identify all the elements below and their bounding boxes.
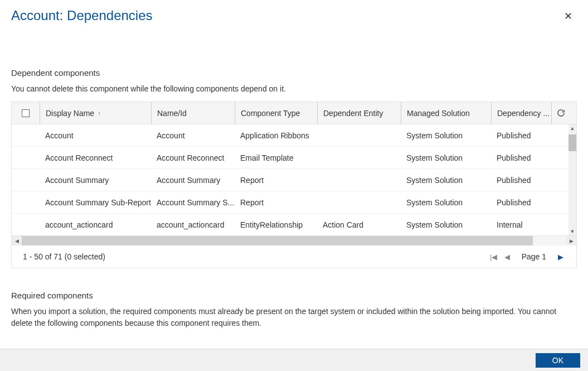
table-row[interactable]: account_actioncardaccount_actioncardEnti… (12, 214, 576, 235)
cell-managed-solution: System Solution (401, 153, 491, 162)
cell-name-id: Account (151, 131, 235, 140)
column-dependent-entity-label: Dependent Entity (323, 109, 383, 118)
cell-display-name: Account (40, 131, 151, 140)
cell-name-id: Account Summary (151, 176, 235, 185)
table-row[interactable]: AccountAccountApplication RibbonsSystem … (12, 124, 576, 147)
next-page-icon[interactable]: ▶ (556, 253, 565, 261)
dependent-grid: Display Name ↑ Name/Id Component Type De… (11, 102, 577, 268)
column-dependency-type-label: Dependency ... (497, 109, 550, 118)
dialog-footer: OK (0, 349, 588, 371)
first-page-icon[interactable]: |◀ (489, 253, 498, 261)
cell-dependency-type: Published (491, 198, 551, 207)
column-display-name[interactable]: Display Name ↑ (40, 102, 151, 124)
horizontal-scrollbar[interactable]: ◀ ▶ (12, 235, 576, 245)
h-scroll-track[interactable] (22, 236, 533, 245)
cell-component-type: Report (235, 176, 317, 185)
dependent-section-desc: You cannot delete this component while t… (11, 83, 577, 95)
pager: 1 - 50 of 71 (0 selected) |◀ ◀ Page 1 ▶ (12, 245, 576, 268)
cell-display-name: Account Reconnect (40, 153, 151, 162)
prev-page-icon[interactable]: ◀ (503, 253, 512, 261)
dialog-header: Account: Dependencies ✕ (0, 0, 588, 25)
h-scroll-rest (533, 236, 566, 245)
cell-name-id: Account Reconnect (151, 153, 235, 162)
column-managed-solution[interactable]: Managed Solution (401, 102, 491, 124)
ok-button[interactable]: OK (536, 353, 580, 368)
cell-managed-solution: System Solution (401, 131, 491, 140)
cell-display-name: account_actioncard (40, 220, 151, 229)
column-display-name-label: Display Name (46, 109, 94, 118)
dialog-title: Account: Dependencies (11, 8, 153, 23)
refresh-icon (557, 109, 565, 117)
table-row[interactable]: Account ReconnectAccount ReconnectEmail … (12, 147, 576, 169)
scroll-down-icon[interactable]: ▼ (568, 228, 576, 235)
vertical-scrollbar[interactable]: ▲ ▼ (568, 124, 576, 235)
cell-dependency-type: Published (491, 131, 551, 140)
scroll-left-icon[interactable]: ◀ (12, 236, 22, 245)
grid-header: Display Name ↑ Name/Id Component Type De… (12, 102, 576, 124)
close-icon[interactable]: ✕ (560, 8, 577, 25)
scroll-up-icon[interactable]: ▲ (568, 124, 576, 132)
pager-page: Page 1 (522, 252, 546, 261)
dependent-section-title: Dependent components (11, 68, 577, 78)
table-row[interactable]: Account Summary Sub-ReportAccount Summar… (12, 191, 576, 214)
cell-dependency-type: Internal (491, 220, 551, 229)
cell-component-type: Report (235, 198, 317, 207)
cell-display-name: Account Summary (40, 176, 151, 185)
grid-body[interactable]: AccountAccountApplication RibbonsSystem … (12, 124, 576, 235)
sort-asc-icon: ↑ (98, 110, 101, 117)
cell-component-type: Email Template (235, 153, 317, 162)
cell-dependent-entity: Action Card (317, 220, 401, 229)
scroll-right-icon[interactable]: ▶ (566, 236, 576, 245)
column-dependent-entity[interactable]: Dependent Entity (317, 102, 401, 124)
column-managed-solution-label: Managed Solution (407, 109, 470, 118)
column-name-id[interactable]: Name/Id (151, 102, 235, 124)
pager-status: 1 - 50 of 71 (0 selected) (23, 252, 105, 261)
cell-managed-solution: System Solution (401, 198, 491, 207)
column-dependency-type[interactable]: Dependency ... (491, 102, 551, 124)
required-section-title: Required components (11, 291, 577, 300)
cell-dependency-type: Published (491, 153, 551, 162)
table-row[interactable]: Account SummaryAccount SummaryReportSyst… (12, 169, 576, 191)
cell-name-id: Account Summary S... (151, 198, 235, 207)
select-all-cell (12, 102, 40, 124)
cell-component-type: EntityRelationship (235, 220, 317, 229)
scroll-thumb[interactable] (568, 134, 576, 151)
column-component-type-label: Component Type (241, 109, 300, 118)
cell-component-type: Application Ribbons (235, 131, 317, 140)
cell-managed-solution: System Solution (401, 176, 491, 185)
refresh-button[interactable] (551, 102, 570, 124)
select-all-checkbox[interactable] (22, 109, 30, 117)
required-section-desc: When you import a solution, the required… (11, 306, 577, 329)
cell-display-name: Account Summary Sub-Report (40, 198, 151, 207)
column-name-id-label: Name/Id (157, 109, 187, 118)
cell-name-id: account_actioncard (151, 220, 235, 229)
cell-managed-solution: System Solution (401, 220, 491, 229)
column-component-type[interactable]: Component Type (235, 102, 317, 124)
cell-dependency-type: Published (491, 176, 551, 185)
